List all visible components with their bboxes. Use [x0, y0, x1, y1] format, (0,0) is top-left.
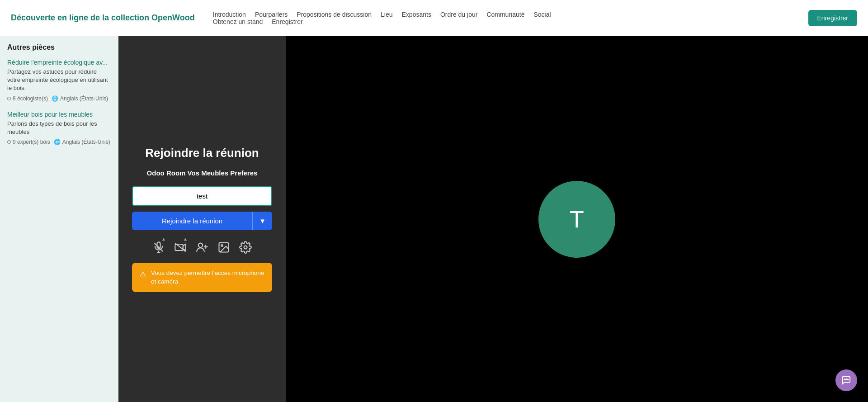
- join-room-name: Odoo Room Vos Meubles Preferes: [147, 169, 258, 177]
- chevron-down-icon: ▼: [259, 217, 266, 225]
- svg-point-12: [844, 379, 845, 380]
- video-area: T: [286, 36, 868, 402]
- sidebar: Autres pièces Réduire l'empreinte écolog…: [0, 36, 118, 402]
- nav-propositions[interactable]: Propositions de discussion: [297, 11, 372, 18]
- svg-point-11: [244, 246, 247, 249]
- svg-point-10: [221, 245, 223, 246]
- nav-lieu[interactable]: Lieu: [381, 11, 392, 18]
- mic-icon: [152, 241, 165, 254]
- chat-icon: [841, 375, 851, 385]
- microphone-button[interactable]: ▲: [152, 241, 165, 254]
- image-icon: [217, 241, 230, 254]
- header-actions: Enregistrer: [808, 10, 857, 26]
- main-nav: Introduction Pourparlers Propositions de…: [213, 11, 790, 25]
- brand: Découverte en ligne de la collection Ope…: [11, 13, 195, 23]
- sidebar-item-desc-2: Parlons des types de bois pour les meubl…: [7, 120, 111, 136]
- avatar-letter: T: [570, 206, 584, 233]
- camera-icon: [174, 241, 187, 254]
- chevron-up-icon: ▲: [183, 236, 188, 241]
- chat-button[interactable]: [835, 369, 857, 391]
- nav-social[interactable]: Social: [533, 11, 551, 18]
- svg-point-13: [846, 379, 847, 380]
- sidebar-item-meta-2: 9 expert(s) bois 🌐 Anglais (États-Unis): [7, 139, 111, 145]
- sidebar-item-meta-1b: Anglais (États-Unis): [60, 95, 108, 102]
- nav-enregistrer[interactable]: Enregistrer: [272, 18, 302, 25]
- background-button[interactable]: [217, 241, 230, 254]
- camera-button[interactable]: ▲: [174, 241, 187, 254]
- sidebar-item-meta-2b: Anglais (États-Unis): [62, 139, 110, 145]
- globe-icon: 🌐: [52, 95, 58, 102]
- sidebar-item-meta-2a: 9 expert(s) bois: [13, 139, 50, 145]
- meta-dot-icon: [7, 97, 11, 100]
- sidebar-item-title-1[interactable]: Réduire l'empreinte écologique av...: [7, 59, 111, 66]
- nav-pourparlers[interactable]: Pourparlers: [255, 11, 288, 18]
- controls-row: ▲ ▲: [152, 241, 252, 254]
- join-button[interactable]: Rejoindre la réunion: [132, 212, 252, 230]
- warning-text: Vous devez permettre l'accès microphone …: [151, 269, 265, 286]
- add-user-button[interactable]: [196, 241, 208, 254]
- main-layout: Autres pièces Réduire l'empreinte écolog…: [0, 36, 868, 402]
- sidebar-item-title-2[interactable]: Meilleur bois pour les meubles: [7, 111, 111, 118]
- nav-ordre[interactable]: Ordre du jour: [440, 11, 477, 18]
- sidebar-title: Autres pièces: [7, 43, 111, 52]
- nav-communaute[interactable]: Communauté: [486, 11, 524, 18]
- join-panel: Rejoindre la réunion Odoo Room Vos Meubl…: [118, 36, 286, 402]
- nav-exposants[interactable]: Exposants: [402, 11, 431, 18]
- sidebar-item-meta-1: 8 écologiste(s) 🌐 Anglais (États-Unis): [7, 95, 111, 102]
- add-user-icon: [196, 241, 208, 254]
- meta-dot-icon: [7, 140, 11, 144]
- list-item: Réduire l'empreinte écologique av... Par…: [7, 59, 111, 102]
- username-input[interactable]: [132, 186, 272, 206]
- warning-icon: ⚠: [139, 270, 146, 279]
- nav-introduction[interactable]: Introduction: [213, 11, 246, 18]
- join-btn-row: Rejoindre la réunion ▼: [132, 212, 272, 230]
- settings-button[interactable]: [239, 241, 252, 254]
- svg-rect-4: [175, 244, 183, 251]
- settings-icon: [239, 241, 252, 254]
- join-dropdown-button[interactable]: ▼: [252, 212, 272, 230]
- nav-stand[interactable]: Obtenez un stand: [213, 18, 263, 25]
- header: Découverte en ligne de la collection Ope…: [0, 0, 868, 36]
- sidebar-item-desc-1: Partagez vos astuces pour réduire votre …: [7, 68, 111, 93]
- list-item: Meilleur bois pour les meubles Parlons d…: [7, 111, 111, 145]
- sidebar-item-meta-1a: 8 écologiste(s): [13, 95, 48, 102]
- chevron-up-icon: ▲: [161, 236, 166, 241]
- register-button[interactable]: Enregistrer: [808, 10, 857, 26]
- join-title: Rejoindre la réunion: [145, 146, 259, 160]
- globe-icon: 🌐: [54, 139, 61, 145]
- avatar: T: [538, 181, 615, 258]
- svg-point-6: [198, 243, 203, 247]
- warning-box: ⚠ Vous devez permettre l'accès microphon…: [132, 263, 272, 293]
- svg-point-14: [848, 379, 849, 380]
